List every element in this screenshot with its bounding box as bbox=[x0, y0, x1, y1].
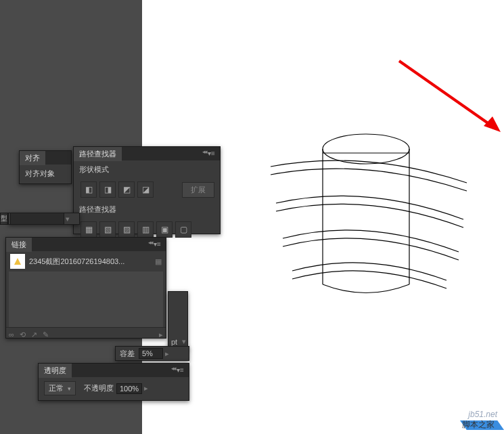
tolerance-panel[interactable]: 容差 5% ▸ bbox=[115, 346, 189, 361]
link-info-icon[interactable]: ▦ bbox=[155, 257, 162, 266]
svg-point-2 bbox=[323, 134, 409, 164]
links-tab[interactable]: 链接 bbox=[6, 238, 32, 252]
type-strip-label: 型 bbox=[0, 213, 8, 225]
relink-icon[interactable]: ∞ bbox=[9, 330, 14, 339]
exclude-icon[interactable]: ◪ bbox=[137, 181, 154, 198]
dropdown-icon[interactable]: ▾ bbox=[66, 215, 70, 223]
pathfinder-panel[interactable]: 路径查找器 ◂◂ ▾≡ 形状模式 ◧ ◨ ◩ ◪ 扩展 路径查找器 ▦ ▧ ▨ … bbox=[73, 146, 221, 234]
intersect-icon[interactable]: ◩ bbox=[118, 181, 135, 198]
svg-marker-6 bbox=[14, 258, 21, 265]
transparency-panel[interactable]: 透明度 ◂◂ ▾≡ 正常 不透明度 100% ▸ bbox=[38, 363, 189, 401]
links-empty-area bbox=[9, 272, 163, 327]
collapse-icon[interactable]: ◂◂ bbox=[148, 239, 152, 246]
update-icon[interactable]: ⟲ bbox=[20, 330, 26, 339]
unite-icon[interactable]: ◧ bbox=[81, 181, 97, 198]
link-thumbnail bbox=[10, 254, 25, 269]
shape-modes-label: 形状模式 bbox=[74, 160, 220, 179]
divide-icon[interactable]: ▦ bbox=[81, 221, 97, 238]
links-panel[interactable]: 链接 ◂◂ ▾≡ 2345截图20160726194803... ▦ ∞ ⟲ ↗… bbox=[5, 237, 166, 339]
cylinder-drawing bbox=[244, 108, 474, 311]
site-footer-label: 脚本之家 bbox=[462, 419, 495, 431]
unit-label: pt bbox=[171, 338, 177, 346]
goto-icon[interactable]: ↗ bbox=[31, 330, 37, 339]
align-section: 对齐对象 bbox=[20, 165, 71, 183]
opacity-value[interactable]: 100% bbox=[116, 383, 142, 394]
svg-marker-5 bbox=[484, 116, 501, 132]
watermark: jb51.net bbox=[468, 410, 497, 419]
type-input-strip[interactable]: ▾ bbox=[8, 213, 80, 225]
pathfinders-label: 路径查找器 bbox=[74, 200, 220, 219]
scrubber-icon[interactable]: ▸ bbox=[144, 384, 148, 393]
flyout-menu-icon[interactable]: ▾≡ bbox=[177, 366, 186, 373]
crop-icon[interactable]: ▥ bbox=[137, 221, 154, 238]
dropdown-icon[interactable]: ▾ bbox=[182, 337, 186, 346]
tolerance-value[interactable]: 5% bbox=[139, 348, 163, 359]
expand-button[interactable]: 扩展 bbox=[182, 182, 214, 198]
flyout-menu-icon[interactable]: ▾≡ bbox=[154, 240, 163, 247]
scrubber-icon[interactable]: ▸ bbox=[165, 349, 169, 358]
align-tab[interactable]: 对齐 bbox=[20, 151, 45, 165]
blend-mode-dropdown[interactable]: 正常 bbox=[44, 381, 76, 395]
type-input[interactable] bbox=[10, 213, 64, 225]
trim-icon[interactable]: ▧ bbox=[99, 221, 116, 238]
collapse-icon[interactable]: ◂◂ bbox=[171, 365, 175, 372]
pathfinder-tab[interactable]: 路径查找器 bbox=[74, 147, 122, 161]
stroke-pt-strip[interactable]: pt ▾ bbox=[168, 291, 188, 351]
merge-icon[interactable]: ▨ bbox=[118, 221, 135, 238]
minus-front-icon[interactable]: ◨ bbox=[99, 181, 116, 198]
opacity-label: 不透明度 bbox=[84, 383, 114, 393]
collapse-icon[interactable]: ◂◂ bbox=[202, 148, 206, 155]
expand-details-icon[interactable]: ▸ bbox=[159, 330, 163, 339]
links-footer: ∞ ⟲ ↗ ✎ ▸ bbox=[6, 327, 166, 342]
minus-back-icon[interactable]: ▢ bbox=[175, 221, 191, 238]
link-item-row[interactable]: 2345截图20160726194803... ▦ bbox=[6, 251, 166, 272]
edit-icon[interactable]: ✎ bbox=[43, 330, 49, 339]
link-filename: 2345截图20160726194803... bbox=[29, 257, 124, 267]
tolerance-label: 容差 bbox=[120, 349, 135, 359]
flyout-menu-icon[interactable]: ▾≡ bbox=[208, 150, 217, 156]
align-panel[interactable]: 对齐 对齐对象 bbox=[19, 150, 72, 184]
transparency-tab[interactable]: 透明度 bbox=[39, 364, 72, 378]
outline-icon[interactable]: ▣ bbox=[156, 221, 173, 238]
